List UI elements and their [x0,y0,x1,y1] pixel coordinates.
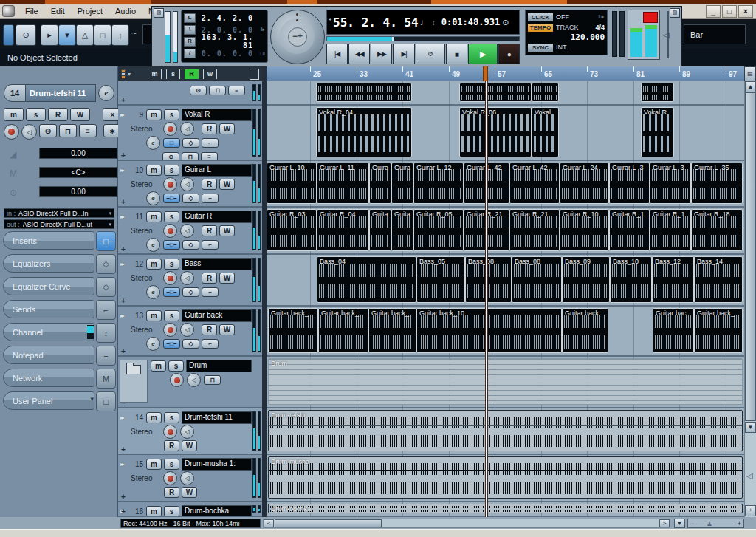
track-heights-button[interactable]: □ [94,24,111,46]
playhead-ruler-marker[interactable] [483,66,488,81]
read-automation-button[interactable]: R [202,324,217,335]
position-bars-beats[interactable]: 55. 2. 4. 54 [333,16,419,30]
inspector-section-user-panel[interactable]: User Panel ▾ □ [3,391,116,411]
timebase-icon[interactable]: ⊙ [39,124,57,137]
track-item-15[interactable]: ▸▸ 15 ms Drum-musha 1:Stereo◁ RW + [118,455,262,502]
sends-state-button[interactable]: ⌐ [202,339,219,349]
input-dropdown-icon[interactable]: ▾ [109,211,111,216]
right-locator-value[interactable]: 163. 3. 1. 81 [198,33,253,49]
track-item-folder-drum[interactable]: ms Drum ◁⊓ − [118,357,262,408]
scroll-right-button[interactable]: > [659,519,670,527]
jog-shuttle-wheel[interactable]: −+ [270,10,325,64]
inserts-state-button[interactable]: −□− [163,287,180,297]
solo-button[interactable]: s [26,108,46,121]
lanes-icon[interactable]: ≡ [228,86,245,95]
write-automation-button[interactable]: W [219,179,235,190]
inspector-section-notepad[interactable]: Notepad ≡ [3,345,116,366]
eq-state-button[interactable]: ◇ [182,339,199,349]
menu-item-audio[interactable]: Audio [109,5,142,17]
close-button[interactable]: × [738,5,753,18]
add-lane-button[interactable]: + [121,297,126,305]
monitor-button[interactable]: ◁ [180,122,194,136]
zoom-in-label[interactable]: + [738,520,741,527]
show-infoline-button[interactable]: ▾ [58,24,76,46]
volume-value[interactable]: 0.00 [40,148,117,158]
mute-button[interactable]: m [146,412,162,423]
audio-event[interactable] [532,83,559,102]
mute-button[interactable]: m [146,259,162,270]
inserts-state-button[interactable]: −□− [163,194,180,203]
lanes-icon[interactable]: ≡ [79,124,97,137]
open-mixer-button[interactable]: ↕ [111,24,129,46]
lock-icon[interactable]: ⊓ [59,124,77,137]
audio-event[interactable]: Guita [391,209,413,251]
transport-collapse-left-button[interactable]: ▨ [154,8,164,18]
record-arm-button[interactable] [163,471,177,485]
global-R-button[interactable]: R [185,69,199,79]
folder-part[interactable]: Drum [268,358,743,405]
monitor-button[interactable]: ◁ [21,124,37,140]
audio-event[interactable]: Drum-tefshi [268,410,743,451]
clip-indicator[interactable] [643,12,658,23]
monitor-button[interactable]: ◁ [180,471,194,485]
monitor-button[interactable]: ◁ [180,224,194,238]
mute-button[interactable]: m [146,165,162,176]
section-label[interactable]: Equalizer Curve [3,277,94,295]
audio-event[interactable]: Guitar back_10 [416,308,562,353]
output-dropdown-icon[interactable]: ▾ [109,222,111,228]
mute-button[interactable]: m [146,211,162,222]
track-name-field[interactable]: Vokal R [182,109,252,121]
audio-event[interactable]: Vokal [532,107,559,157]
format-toggle-icon[interactable]: ↕ [430,18,437,27]
tempo-mode[interactable]: TRACK [556,24,595,31]
add-lane-button[interactable]: + [121,347,126,355]
edit-channel-button[interactable]: e [146,191,160,205]
delay-value[interactable]: 0.00 [40,187,117,196]
monitor-button[interactable]: ◁ [180,323,194,337]
expand-arrow-icon[interactable]: ▸▸ [120,167,131,174]
audio-event[interactable]: Guita [369,209,391,251]
track-lane[interactable] [262,81,744,106]
output-routing[interactable]: out : ASIO DirectX Full D...ut ▾ [4,219,114,229]
section-state-icon[interactable]: ⌐ [96,300,116,320]
section-label[interactable]: Equalizers [3,254,94,273]
audio-event[interactable]: Guitar R_04 [317,209,369,251]
vertical-zoom-handle[interactable]: ◁ [746,471,752,481]
track-lane[interactable]: Vokal R_04Vokal R_06VokalVokal R [262,106,744,161]
expand-arrow-icon[interactable]: ▸▸ [120,112,131,118]
audio-event[interactable]: Bass_08 [465,256,512,303]
audio-event[interactable]: Guitar R_05 [413,209,464,251]
audio-event[interactable]: Guitar R_1 [650,209,691,251]
section-dropdown-icon[interactable]: ▾ [90,395,94,403]
track-lane[interactable]: Drum-bochka [262,502,744,517]
sync-value[interactable]: INT. [556,44,605,51]
activate-project-button[interactable] [3,24,14,46]
track-item-14[interactable]: ▸▸ 14 ms Drum-tefshi 11Stereo◁ RW + [118,408,262,455]
track-lane[interactable]: Drum [262,357,744,408]
audio-event[interactable]: Guirar L_3 [650,163,691,204]
mute-button[interactable]: m [4,108,24,121]
rewind-button[interactable]: ◀◀ [348,44,370,64]
solo-button[interactable]: s [164,211,179,222]
monitor-button[interactable]: ◁ [187,373,201,387]
mute-button[interactable]: m [146,310,162,321]
time-signature[interactable]: 4/4 [595,24,605,31]
solo-button[interactable]: s [164,310,179,321]
track-name-field[interactable]: Drum-bochka [182,505,252,517]
zoom-slider-handle[interactable]: ▲ [706,519,713,527]
read-automation-button[interactable]: R [164,487,179,498]
section-label[interactable]: User Panel [3,391,94,410]
track-lane[interactable]: Drum-musha [262,455,744,502]
song-position-slider[interactable] [326,36,520,41]
timebase-icon[interactable]: ⊙ [162,152,179,161]
audio-event[interactable]: Guirar L_35 [691,163,743,204]
track-lane[interactable]: Bass_04Bass_05Bass_08Bass_08Bass_09Bass_… [262,255,744,307]
record-arm-button[interactable] [163,271,177,285]
audio-event[interactable]: Guitar R_1 [609,209,650,251]
cycle-button[interactable]: ↺ [416,44,445,64]
section-state-icon[interactable]: ◇ [96,254,116,274]
expand-arrow-icon[interactable]: ▸▸ [120,213,131,220]
track-name-field[interactable]: Bass [182,258,252,270]
add-lane-button[interactable]: + [121,493,126,501]
section-label[interactable]: Sends [3,300,94,318]
